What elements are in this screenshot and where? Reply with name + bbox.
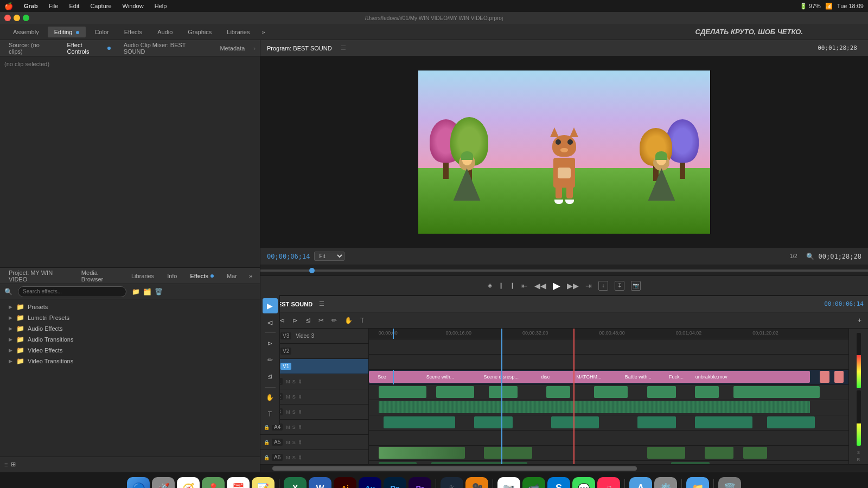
rolling-edit-tool[interactable]: ⊴	[303, 316, 313, 325]
v1-label[interactable]: V1	[280, 363, 291, 370]
mark-out-button[interactable]: ❙	[499, 282, 503, 289]
mark-in-button[interactable]: ◈	[488, 282, 492, 289]
timeline-scroll-thumb[interactable]	[272, 466, 637, 471]
v1-end-clip1[interactable]	[820, 371, 829, 383]
program-tab[interactable]: Program: BEST SOUND	[267, 45, 332, 52]
a4-mute-btn[interactable]: M	[286, 425, 290, 430]
a2-solo-btn[interactable]: S	[292, 394, 296, 400]
panel-expand-arrow[interactable]: ›	[253, 45, 256, 52]
media-browser-tab[interactable]: Media Browser	[77, 268, 123, 284]
a1-clip3[interactable]	[489, 386, 518, 398]
dock-safari[interactable]: 🧭	[177, 477, 200, 489]
effect-controls-tab[interactable]: Effect Controls	[63, 40, 115, 56]
dock-photoshop[interactable]: Ps	[384, 477, 406, 489]
a2-main-clip[interactable]	[379, 401, 810, 413]
a1-solo-btn[interactable]: S	[292, 379, 296, 384]
dock-audition[interactable]: Au	[359, 477, 381, 489]
video-transitions-folder[interactable]: ▶ 📁 Video Transitions	[0, 356, 260, 367]
audio-transitions-folder[interactable]: ▶ 📁 Audio Transitions	[0, 334, 260, 345]
dock-messages[interactable]: 💬	[572, 477, 595, 489]
a5-clip3[interactable]	[647, 447, 686, 459]
a5-mute-btn[interactable]: M	[286, 440, 290, 445]
project-tab[interactable]: Project: MY WIN VIDEO	[4, 268, 73, 284]
timeline-ruler[interactable]: 00;00;00 00;00;16;00 00;00;32;00 00;00;4…	[369, 329, 848, 339]
source-tab[interactable]: Source: (no clips)	[4, 40, 59, 56]
timeline-ripple-tool[interactable]: ⊳	[263, 336, 278, 351]
a5-clip5[interactable]	[743, 447, 767, 459]
dock-launchpad[interactable]: 🚀	[152, 477, 175, 489]
pen-tool[interactable]: ✏	[329, 316, 339, 325]
dock-facetime[interactable]: 📹	[522, 477, 545, 489]
a2-mute-btn[interactable]: M	[286, 394, 290, 400]
dock-skype[interactable]: S	[547, 477, 570, 489]
audio-clip-mixer-tab[interactable]: Audio Clip Mixer: BEST SOUND	[119, 40, 212, 56]
a3-solo-btn[interactable]: S	[292, 409, 296, 415]
tab-editing[interactable]: Editing	[48, 27, 86, 37]
presets-folder[interactable]: ▶ 📁 Presets	[0, 301, 260, 312]
dock-word[interactable]: W	[309, 477, 331, 489]
timeline-scrollbar[interactable]	[260, 464, 868, 472]
tab-color[interactable]: Color	[88, 27, 115, 37]
a1-clip1[interactable]	[379, 386, 426, 398]
close-button[interactable]	[4, 15, 11, 21]
menu-help[interactable]: Help	[152, 3, 169, 9]
step-back-button[interactable]: ◀◀	[534, 281, 546, 290]
apple-menu[interactable]: 🍎	[4, 2, 13, 10]
dock-preferences[interactable]: ⚙️	[654, 477, 677, 489]
fit-select[interactable]: Fit 25% 50% 100%	[314, 252, 344, 261]
v2-label[interactable]: V2	[280, 348, 291, 355]
a1-clip6[interactable]	[647, 386, 676, 398]
add-track-btn[interactable]: +	[856, 316, 864, 325]
dock-music[interactable]: ♫	[597, 477, 620, 489]
a6-mute-btn[interactable]: M	[286, 455, 290, 460]
go-to-out-button[interactable]: ⇥	[585, 281, 592, 290]
video-effects-folder[interactable]: ▶ 📁 Video Effects	[0, 345, 260, 356]
v3-label[interactable]: V3	[280, 332, 291, 339]
a5-clip2[interactable]	[484, 447, 532, 459]
list-view-btn[interactable]: ≡	[4, 461, 8, 468]
a5-lock-icon[interactable]: 🔒	[264, 440, 270, 445]
dock-calendar[interactable]: 📅	[227, 477, 250, 489]
timeline-select-tool[interactable]: ▶	[263, 298, 278, 313]
tab-assembly[interactable]: Assembly	[7, 27, 46, 37]
a3-clip5[interactable]	[695, 416, 752, 428]
a1-clip5[interactable]	[594, 386, 628, 398]
step-forward-button[interactable]: ▶▶	[567, 281, 579, 290]
a4-solo-btn[interactable]: S	[292, 425, 296, 430]
tab-audio[interactable]: Audio	[151, 27, 179, 37]
tab-libraries[interactable]: Libraries	[220, 27, 256, 37]
a1-clip7[interactable]	[695, 386, 719, 398]
dock-photos[interactable]: 📷	[497, 477, 520, 489]
razor-tool[interactable]: ✂	[316, 316, 326, 325]
menu-edit[interactable]: Edit	[67, 3, 81, 9]
new-bin-icon[interactable]: 🗂️	[143, 288, 151, 296]
timeline-hand-tool[interactable]: ✋	[263, 390, 278, 406]
dock-excel[interactable]: X	[284, 477, 307, 489]
ripple-edit-tool[interactable]: ⊳	[290, 316, 300, 325]
a3-clip6[interactable]	[767, 416, 815, 428]
grid-view-btn[interactable]: ⊞	[11, 461, 16, 468]
markers-tab[interactable]: Mar	[222, 271, 241, 281]
dock-illustrator[interactable]: Ai	[334, 477, 356, 489]
hand-tool[interactable]: ✋	[342, 316, 355, 325]
a5-clip1[interactable]	[379, 447, 465, 459]
playhead[interactable]	[393, 329, 394, 339]
play-button[interactable]: ▶	[553, 280, 560, 292]
mark-clip-button[interactable]: ❙	[510, 282, 515, 289]
more-tabs-button[interactable]: »	[258, 27, 268, 37]
a3-clip4[interactable]	[637, 416, 676, 428]
timeline-menu-icon[interactable]: ☰	[319, 300, 324, 307]
dock-notes[interactable]: 📝	[252, 477, 275, 489]
timeline-type-tool[interactable]: T	[263, 407, 278, 422]
v1-end-clip2[interactable]	[834, 371, 844, 383]
effects-search-input[interactable]	[18, 286, 126, 297]
a6-lock-icon[interactable]: 🔒	[264, 455, 270, 460]
program-menu-icon[interactable]: ☰	[341, 44, 346, 52]
menu-window[interactable]: Window	[120, 3, 146, 9]
dock-trash[interactable]: 🗑️	[718, 477, 741, 489]
dock-finder2[interactable]: 📁	[686, 477, 709, 489]
v1-main-bar[interactable]: Sce Scene with... Scene disresp... disc …	[369, 371, 810, 383]
a6-solo-btn[interactable]: S	[292, 455, 296, 460]
a1-mute-btn[interactable]: M	[286, 379, 290, 384]
libraries-tab[interactable]: Libraries	[127, 271, 158, 281]
